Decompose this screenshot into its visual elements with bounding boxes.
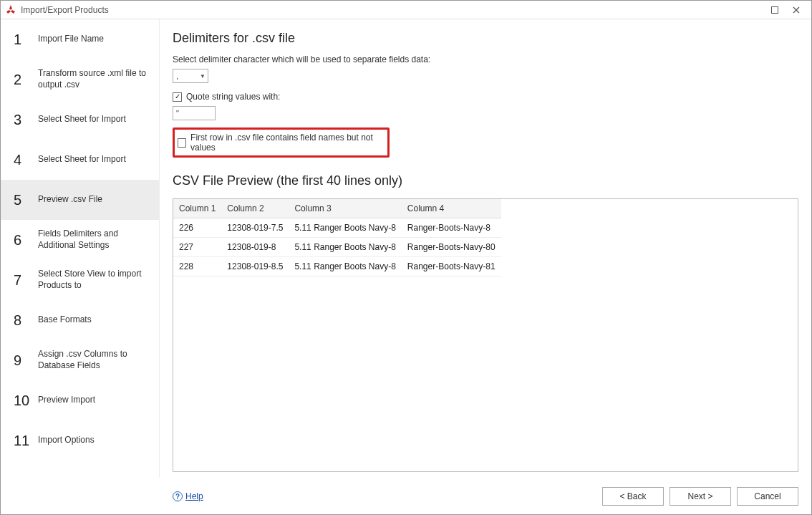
wizard-step-8[interactable]: 8Base Formats bbox=[1, 300, 159, 340]
quote-checkbox-row: ✓ Quote string values with: bbox=[173, 92, 798, 102]
table-cell: Ranger-Boots-Navy-81 bbox=[402, 257, 501, 276]
cancel-button[interactable]: Cancel bbox=[737, 487, 798, 506]
table-cell: 12308-019-7.5 bbox=[221, 218, 289, 238]
delimiters-heading: Delimiters for .csv file bbox=[173, 31, 798, 46]
wizard-step-number: 6 bbox=[14, 232, 29, 249]
wizard-step-label: Transform source .xml file to output .cs… bbox=[38, 68, 149, 90]
wizard-step-11[interactable]: 11Import Options bbox=[1, 420, 159, 461]
chevron-down-icon: ▼ bbox=[200, 73, 206, 80]
table-cell: 5.11 Ranger Boots Navy-8 bbox=[289, 257, 401, 276]
quote-checkbox[interactable]: ✓ bbox=[173, 92, 182, 102]
maximize-button[interactable] bbox=[764, 3, 786, 17]
firstrow-highlight: First row in .csv file contains field na… bbox=[173, 127, 390, 158]
wizard-step-label: Preview .csv File bbox=[38, 194, 102, 206]
table-header[interactable]: Column 1 bbox=[173, 199, 221, 218]
firstrow-checkbox[interactable] bbox=[178, 138, 186, 148]
table-cell: Ranger-Boots-Navy-8 bbox=[402, 218, 501, 238]
wizard-step-10[interactable]: 10Preview Import bbox=[1, 380, 159, 420]
wizard-step-number: 1 bbox=[14, 32, 29, 48]
wizard-step-number: 9 bbox=[14, 352, 29, 369]
wizard-step-5[interactable]: 5Preview .csv File bbox=[1, 180, 159, 220]
preview-table: Column 1Column 2Column 3Column 4 2261230… bbox=[173, 199, 501, 276]
delimiter-subtext: Select delimiter character which will be… bbox=[173, 54, 798, 64]
titlebar: Import/Export Products bbox=[1, 1, 811, 19]
back-button[interactable]: < Back bbox=[602, 487, 664, 506]
wizard-step-6[interactable]: 6Fields Delimiters and Additional Settin… bbox=[1, 220, 159, 260]
wizard-step-label: Fields Delimiters and Additional Setting… bbox=[38, 228, 149, 251]
firstrow-checkbox-label: First row in .csv file contains field na… bbox=[190, 133, 383, 153]
wizard-step-number: 3 bbox=[14, 112, 29, 128]
wizard-sidebar: 1Import File Name2Transform source .xml … bbox=[1, 19, 160, 478]
table-cell: Ranger-Boots-Navy-80 bbox=[402, 238, 501, 257]
app-icon bbox=[5, 4, 16, 16]
svg-rect-0 bbox=[772, 6, 778, 13]
delimiter-select[interactable]: , ▼ bbox=[173, 69, 208, 83]
wizard-step-3[interactable]: 3Select Sheet for Import bbox=[1, 100, 159, 140]
preview-box[interactable]: Column 1Column 2Column 3Column 4 2261230… bbox=[173, 198, 798, 472]
quote-input[interactable]: " bbox=[173, 106, 216, 120]
wizard-footer: ? Help < Back Next > Cancel bbox=[1, 478, 811, 515]
wizard-step-9[interactable]: 9Assign .csv Columns to Database Fields bbox=[1, 340, 159, 380]
table-cell: 12308-019-8.5 bbox=[221, 257, 289, 276]
wizard-step-number: 5 bbox=[14, 192, 29, 208]
wizard-step-label: Select Sheet for Import bbox=[38, 114, 126, 125]
preview-heading: CSV File Preview (the first 40 lines onl… bbox=[173, 173, 798, 188]
wizard-step-label: Import File Name bbox=[38, 34, 104, 45]
delimiter-select-value: , bbox=[176, 72, 178, 80]
wizard-step-label: Preview Import bbox=[38, 395, 95, 406]
next-button[interactable]: Next > bbox=[670, 487, 731, 506]
wizard-step-number: 10 bbox=[14, 393, 29, 409]
help-icon: ? bbox=[173, 491, 183, 501]
table-cell: 12308-019-8 bbox=[221, 238, 289, 257]
window-title: Import/Export Products bbox=[21, 5, 109, 15]
wizard-step-label: Base Formats bbox=[38, 314, 92, 326]
wizard-step-number: 8 bbox=[14, 312, 29, 329]
wizard-step-1[interactable]: 1Import File Name bbox=[1, 19, 159, 59]
table-header[interactable]: Column 2 bbox=[221, 199, 289, 218]
table-cell: 5.11 Ranger Boots Navy-8 bbox=[289, 238, 401, 257]
help-link-label: Help bbox=[185, 491, 203, 501]
wizard-step-label: Import Options bbox=[38, 435, 95, 446]
wizard-step-number: 11 bbox=[14, 433, 29, 449]
quote-input-value: " bbox=[176, 109, 179, 117]
wizard-step-number: 7 bbox=[14, 272, 29, 289]
table-header[interactable]: Column 3 bbox=[289, 199, 401, 218]
help-link[interactable]: ? Help bbox=[173, 491, 203, 501]
close-button[interactable] bbox=[786, 3, 807, 17]
table-header[interactable]: Column 4 bbox=[402, 199, 501, 218]
table-cell: 226 bbox=[173, 218, 221, 238]
wizard-step-label: Select Store View to import Products to bbox=[38, 269, 149, 291]
table-row[interactable]: 22712308-019-85.11 Ranger Boots Navy-8Ra… bbox=[173, 238, 501, 257]
wizard-step-4[interactable]: 4Select Sheet for Import bbox=[1, 140, 159, 180]
table-row[interactable]: 22812308-019-8.55.11 Ranger Boots Navy-8… bbox=[173, 257, 501, 276]
wizard-content: Delimiters for .csv file Select delimite… bbox=[160, 19, 811, 478]
table-cell: 227 bbox=[173, 238, 221, 257]
wizard-step-7[interactable]: 7Select Store View to import Products to bbox=[1, 260, 159, 300]
table-cell: 5.11 Ranger Boots Navy-8 bbox=[289, 218, 401, 238]
table-row[interactable]: 22612308-019-7.55.11 Ranger Boots Navy-8… bbox=[173, 218, 501, 238]
wizard-step-number: 4 bbox=[14, 152, 29, 168]
wizard-step-label: Assign .csv Columns to Database Fields bbox=[38, 349, 149, 371]
quote-checkbox-label: Quote string values with: bbox=[186, 92, 280, 102]
wizard-step-label: Select Sheet for Import bbox=[38, 154, 126, 165]
wizard-step-number: 2 bbox=[14, 72, 29, 88]
wizard-step-2[interactable]: 2Transform source .xml file to output .c… bbox=[1, 59, 159, 100]
table-cell: 228 bbox=[173, 257, 221, 276]
